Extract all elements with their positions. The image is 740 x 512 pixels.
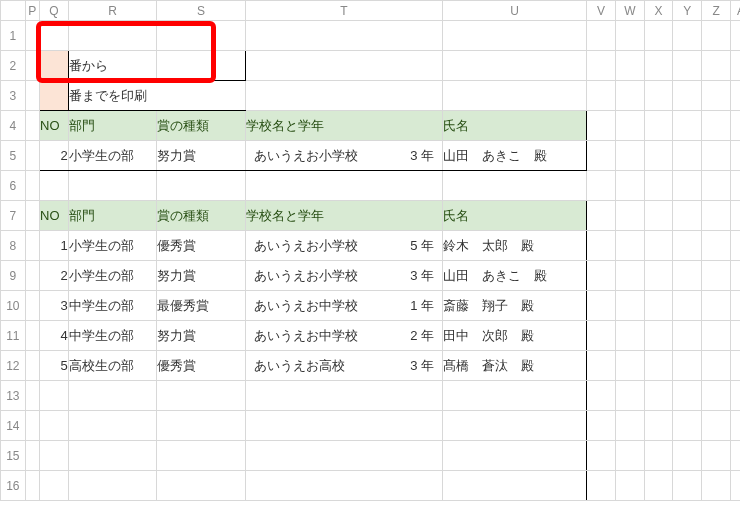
row-header[interactable]: 4	[1, 111, 26, 141]
list-school[interactable]: あいうえお高校3 年	[245, 351, 442, 381]
list-name[interactable]: 山田 あきこ 殿	[443, 261, 587, 291]
row-header[interactable]: 16	[1, 471, 26, 501]
spreadsheet: P Q R S T U V W X Y Z AA 1 2	[0, 0, 740, 512]
cell[interactable]	[40, 411, 69, 441]
list-school[interactable]: あいうえお小学校3 年	[245, 261, 442, 291]
row-header[interactable]: 11	[1, 321, 26, 351]
row-header[interactable]: 14	[1, 411, 26, 441]
header-name: 氏名	[443, 201, 587, 231]
col-header[interactable]: W	[615, 1, 644, 21]
list-row: 10 3 中学生の部 最優秀賞 あいうえお中学校1 年 斎藤 翔子 殿	[1, 291, 741, 321]
cell[interactable]	[25, 81, 39, 111]
row-header[interactable]: 2	[1, 51, 26, 81]
row-header[interactable]: 12	[1, 351, 26, 381]
list-row: 11 4 中学生の部 努力賞 あいうえお中学校2 年 田中 次郎 殿	[1, 321, 741, 351]
cell[interactable]	[40, 381, 69, 411]
print-to-label: 番までを印刷	[68, 81, 245, 111]
col-header[interactable]: R	[68, 1, 156, 21]
print-from-input[interactable]	[40, 51, 69, 81]
col-header[interactable]: Y	[673, 1, 702, 21]
list-award[interactable]: 努力賞	[157, 261, 245, 291]
cell[interactable]	[40, 471, 69, 501]
list-school[interactable]: あいうえお中学校1 年	[245, 291, 442, 321]
list-award[interactable]: 優秀賞	[157, 351, 245, 381]
list-bumon[interactable]: 小学生の部	[68, 261, 156, 291]
list-no[interactable]: 1	[40, 231, 69, 261]
cell[interactable]	[25, 201, 39, 231]
list-bumon[interactable]: 中学生の部	[68, 291, 156, 321]
row-header[interactable]: 5	[1, 141, 26, 171]
list-award[interactable]: 努力賞	[157, 321, 245, 351]
col-header[interactable]: V	[587, 1, 616, 21]
list-school[interactable]: あいうえお小学校5 年	[245, 231, 442, 261]
list-name[interactable]: 斎藤 翔子 殿	[443, 291, 587, 321]
list-no[interactable]: 3	[40, 291, 69, 321]
cell[interactable]	[25, 51, 39, 81]
cell[interactable]	[40, 441, 69, 471]
list-name[interactable]: 髙橋 蒼汰 殿	[443, 351, 587, 381]
row-header[interactable]: 15	[1, 441, 26, 471]
row-header[interactable]: 10	[1, 291, 26, 321]
row-header[interactable]: 13	[1, 381, 26, 411]
single-bumon[interactable]: 小学生の部	[68, 141, 156, 171]
col-header[interactable]: Z	[702, 1, 731, 21]
list-name[interactable]: 田中 次郎 殿	[443, 321, 587, 351]
list-bumon[interactable]: 小学生の部	[68, 231, 156, 261]
list-no[interactable]: 2	[40, 261, 69, 291]
cell[interactable]	[157, 51, 245, 81]
list-row: 9 2 小学生の部 努力賞 あいうえお小学校3 年 山田 あきこ 殿	[1, 261, 741, 291]
cell[interactable]	[25, 21, 39, 51]
list-row: 8 1 小学生の部 優秀賞 あいうえお小学校5 年 鈴木 太郎 殿	[1, 231, 741, 261]
single-award[interactable]: 努力賞	[157, 141, 245, 171]
header-bumon: 部門	[68, 111, 156, 141]
header-no: NO	[40, 201, 69, 231]
list-no[interactable]: 4	[40, 321, 69, 351]
row-header[interactable]: 3	[1, 81, 26, 111]
col-header[interactable]: Q	[40, 1, 69, 21]
list-bumon[interactable]: 高校生の部	[68, 351, 156, 381]
col-header[interactable]: AA	[731, 1, 740, 21]
cell[interactable]	[25, 111, 39, 141]
cell[interactable]	[25, 141, 39, 171]
list-award[interactable]: 最優秀賞	[157, 291, 245, 321]
header-award: 賞の種類	[157, 201, 245, 231]
header-award: 賞の種類	[157, 111, 245, 141]
col-header[interactable]: S	[157, 1, 245, 21]
col-header[interactable]: P	[25, 1, 39, 21]
grid-table: P Q R S T U V W X Y Z AA 1 2	[0, 0, 740, 501]
header-school: 学校名と学年	[245, 201, 442, 231]
row-header[interactable]: 7	[1, 201, 26, 231]
row-header[interactable]: 6	[1, 171, 26, 201]
header-no: NO	[40, 111, 69, 141]
col-header[interactable]: T	[245, 1, 442, 21]
print-from-label: 番から	[68, 51, 156, 81]
list-no[interactable]: 5	[40, 351, 69, 381]
list-award[interactable]: 優秀賞	[157, 231, 245, 261]
col-header[interactable]: X	[644, 1, 673, 21]
header-name: 氏名	[443, 111, 587, 141]
column-header-row: P Q R S T U V W X Y Z AA	[1, 1, 741, 21]
print-to-input[interactable]	[40, 81, 69, 111]
single-name[interactable]: 山田 あきこ 殿	[443, 141, 587, 171]
row-header[interactable]: 9	[1, 261, 26, 291]
header-school: 学校名と学年	[245, 111, 442, 141]
list-bumon[interactable]: 中学生の部	[68, 321, 156, 351]
header-bumon: 部門	[68, 201, 156, 231]
list-school[interactable]: あいうえお中学校2 年	[245, 321, 442, 351]
single-school[interactable]: あいうえお小学校3 年	[245, 141, 442, 171]
single-no[interactable]: 2	[40, 141, 69, 171]
col-header[interactable]: U	[443, 1, 587, 21]
list-row: 12 5 高校生の部 優秀賞 あいうえお高校3 年 髙橋 蒼汰 殿	[1, 351, 741, 381]
row-header[interactable]: 8	[1, 231, 26, 261]
list-name[interactable]: 鈴木 太郎 殿	[443, 231, 587, 261]
row-header[interactable]: 1	[1, 21, 26, 51]
